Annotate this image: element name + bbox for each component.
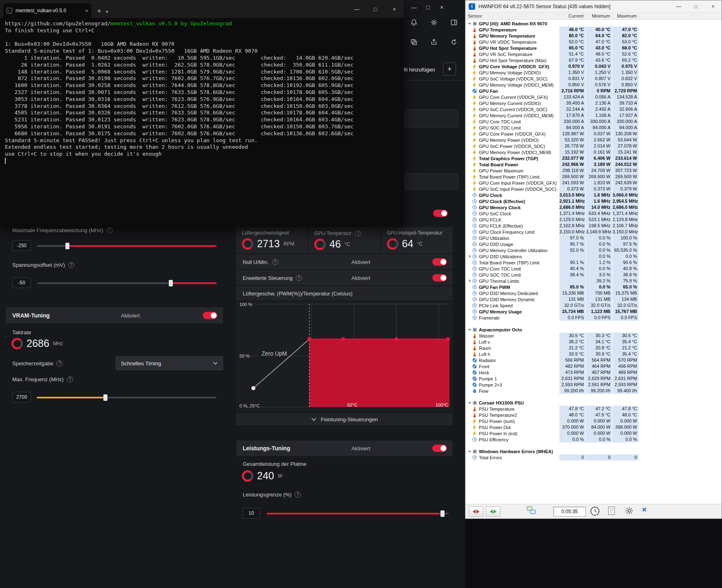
sensor-row[interactable]: GPU Hot Spot Temperature (Max)67.9 °C43.… (467, 57, 722, 63)
sensor-row[interactable]: GPU D3D Utilizations0.0 %0.0 % (467, 253, 722, 259)
sensor-row[interactable]: Total Board Power (TBP) Limit269.500 W26… (467, 174, 722, 180)
sensor-row[interactable]: PSU Temperature47.8 °C47.2 °C47.8 °C (467, 406, 722, 412)
sensor-row[interactable]: GPU SOC TDC Limit84.000 A84.000 A84.000 … (467, 125, 722, 131)
sensor-row[interactable]: GPU Fan2,716 RPM0 RPM2,729 RPM (467, 88, 722, 94)
sidebar-panel-icon[interactable] (448, 17, 460, 28)
sensor-row[interactable]: GPU SoC Current (VDDCR_SOC)32.244 A2.492… (467, 106, 722, 112)
sensor-row[interactable]: GPU Memory Clock2,686.0 MHz14.0 MHz2,686… (467, 204, 722, 210)
maximize-icon[interactable]: □ (687, 0, 704, 13)
voltage-offset-slider[interactable] (37, 282, 217, 284)
help-icon[interactable] (296, 275, 302, 281)
copy-icon[interactable] (408, 37, 420, 47)
curve-point[interactable] (341, 337, 345, 341)
sensor-row[interactable]: GPU Power Maximum298.118 W24.709 W307.72… (467, 168, 722, 174)
sensor-row[interactable]: GPU Core Power (VDDCR_GFX)128.987 W0.037… (467, 131, 722, 137)
sensor-row[interactable]: GPU Memory Power (VDDIO)53.320 W2.662 W5… (467, 137, 722, 143)
sensor-row[interactable]: GPU SoC Input Power (VDDCR_SOC)0.373 W0.… (467, 186, 722, 192)
sensor-group-header[interactable]: Corsair HX1500i PSU (467, 400, 722, 406)
sensor-row[interactable]: GPU FCLK (Effective)2,102.8 MHz198.5 MHz… (467, 223, 722, 229)
sensor-row[interactable]: Pumpe 12,631 RPM2,629 RPM2,631 RPM (467, 376, 722, 382)
hidden-setting-toggle[interactable] (433, 210, 448, 217)
sensor-group-header[interactable]: Aquacomputer Octo (467, 326, 722, 333)
sensor-row[interactable]: GPU FCLK2,129.0 MHz523.1 MHz2,129.8 MHz (467, 217, 722, 223)
memory-timing-select[interactable]: Schnelles Timing (116, 356, 223, 370)
sensor-group-header[interactable]: GPU [#0]: AMD Radeon RX 9070 (467, 20, 722, 27)
sensor-row[interactable]: PSU Power (sum)0.000 W0.000 W0.000 W (467, 418, 722, 424)
power-tuning-toggle[interactable] (432, 445, 447, 452)
close-sensors-icon[interactable]: × (642, 505, 647, 514)
sensor-row[interactable]: Heck473 RPM457 RPM489 RPM (467, 369, 722, 376)
max-frequency-offset-slider[interactable] (37, 245, 217, 247)
voltage-offset-input[interactable]: -50 (12, 277, 31, 288)
sensor-row[interactable]: GPU D3D Memory Dynamic131 MB131 MB134 MB (467, 296, 722, 302)
plus-icon[interactable]: + (443, 63, 456, 76)
max-frequency-input[interactable]: 2700 (12, 392, 31, 402)
collapse-icon[interactable] (467, 328, 472, 331)
advanced-control-toggle[interactable] (432, 274, 447, 282)
sensor-row[interactable]: GPU Fan PWM65.0 %0.0 %65.0 % (467, 284, 722, 290)
curve-point[interactable] (307, 337, 311, 341)
settings-gear-icon[interactable] (625, 506, 634, 515)
sensor-row[interactable]: GPU Memory Usage15,734 MB1,123 MB15,767 … (467, 309, 722, 315)
fan-curve-chart[interactable]: 100 % 50 % 0 %, 25°C 62°C 100°C Zero UpM (236, 301, 453, 412)
sensor-row[interactable]: GPU Clock (Effective)2,921.1 MHz1.6 MHz2… (467, 198, 722, 204)
sensor-row[interactable]: GPU Thermal Limits39.2 %75.9 % (467, 278, 722, 284)
fan-curve-svg[interactable] (236, 301, 453, 412)
sensor-row[interactable]: PSU Power In (est)0.000 W0.000 W0.000 W (467, 430, 722, 436)
close-icon[interactable]: × (435, 2, 449, 12)
slider-handle[interactable] (169, 280, 173, 286)
maximize-icon[interactable]: □ (421, 2, 435, 12)
sensor-row[interactable]: GPU Hot Spot Temperature65.0 °C43.0 °C68… (467, 45, 722, 51)
share-icon[interactable] (428, 37, 440, 47)
minimize-icon[interactable]: — (670, 0, 687, 13)
sensor-row[interactable]: GPU Core Input Power (VDDCR_GFX)241.593 … (467, 180, 722, 186)
sensor-row[interactable]: PSU Power Out370.000 W84.000 W398.000 W (467, 424, 722, 430)
sensor-row[interactable]: GPU Core TDC Limit330.000 A330.000 A330.… (467, 118, 722, 125)
max-frequency-slider[interactable] (37, 397, 217, 398)
sensor-row[interactable]: GPU Memory Current (VDDIO)39.493 A2.130 … (467, 100, 722, 106)
sensors-config-icon[interactable] (527, 506, 536, 514)
power-limit-input[interactable]: 10 (243, 508, 260, 519)
sensor-row[interactable]: GPU Clock3,013.0 MHz1.6 MHz3,066.0 MHz (467, 192, 722, 198)
sensor-row[interactable]: GPU VR SoC Temperature51.4 °C48.0 °C52.6… (467, 51, 722, 57)
max-frequency-offset-input[interactable]: -250 (12, 240, 31, 251)
sensor-row[interactable]: Framerate0.0 FPS0.0 FPS0.0 FPS (467, 315, 722, 321)
close-icon[interactable]: × (704, 0, 722, 13)
help-icon[interactable] (56, 360, 63, 367)
sensor-row[interactable]: Total Board Power242.966 W3.189 W244.012… (467, 161, 722, 168)
sensor-row[interactable]: GPU Core Current (VDDCR_GFX)133.424 A0.0… (467, 94, 722, 100)
help-icon[interactable] (67, 376, 73, 382)
tab-close-icon[interactable]: × (85, 8, 88, 14)
sensor-row[interactable]: PSU Efficiency0.0 %0.0 %0.0 % (467, 436, 722, 443)
sensor-row[interactable]: GPU VR VDDC Temperature52.0 °C47.0 °C53.… (467, 39, 722, 45)
sensor-row[interactable]: GPU Core Voltage (VDDCR_GFX)0.970 V0.043… (467, 63, 722, 69)
sensor-row[interactable]: GPU Clock Frequency Limit3,150.0 MHz3,14… (467, 229, 722, 235)
curve-point[interactable] (394, 337, 398, 341)
column-minimum[interactable]: Minimum (586, 13, 612, 18)
new-tab-icon[interactable]: + (97, 7, 101, 15)
maximize-icon[interactable]: □ (366, 0, 385, 18)
close-icon[interactable]: × (385, 0, 404, 18)
sensor-row[interactable]: Total Graphics Power (TGP)232.077 W6.406… (467, 155, 722, 161)
sensor-row[interactable]: GPU Core TDC Limit40.4 %0.0 %40.8 % (467, 266, 722, 272)
prev-sensor-button[interactable] (469, 506, 483, 517)
zero-rpm-toggle[interactable] (432, 258, 447, 266)
minimize-icon[interactable]: — (407, 2, 421, 12)
sensor-row[interactable]: Wasser30.5 °C30.3 °C30.5 °C (467, 333, 722, 339)
vram-tuning-toggle[interactable] (203, 312, 217, 319)
sensor-row[interactable]: GPU Utilization97.0 %0.0 %100.0 % (467, 235, 722, 241)
curve-point[interactable] (251, 386, 255, 390)
clock-icon[interactable] (590, 506, 600, 516)
sensor-row[interactable]: Luft v35.2 °C34.1 °C35.4 °C (467, 339, 722, 345)
sensor-row[interactable]: GPU Memory Current (VDDCI_MEM)17.870 A1.… (467, 112, 722, 118)
minimize-icon[interactable]: — (347, 0, 366, 18)
expand-icon[interactable] (467, 255, 472, 258)
fine-tuning-expander[interactable]: Feintuning-Steuerungen (236, 413, 453, 425)
help-icon[interactable] (295, 492, 301, 498)
sensor-row[interactable]: Radiator566 RPM564 RPM570 RPM (467, 357, 722, 363)
column-current[interactable]: Current (559, 13, 586, 18)
collapse-icon[interactable] (467, 449, 472, 453)
sensor-row[interactable]: GPU SoC Clock1,371.4 MHz633.4 MHz1,371.4… (467, 210, 722, 217)
tab-dropdown-icon[interactable]: ▾ (106, 9, 108, 14)
collapse-icon[interactable] (467, 401, 472, 405)
